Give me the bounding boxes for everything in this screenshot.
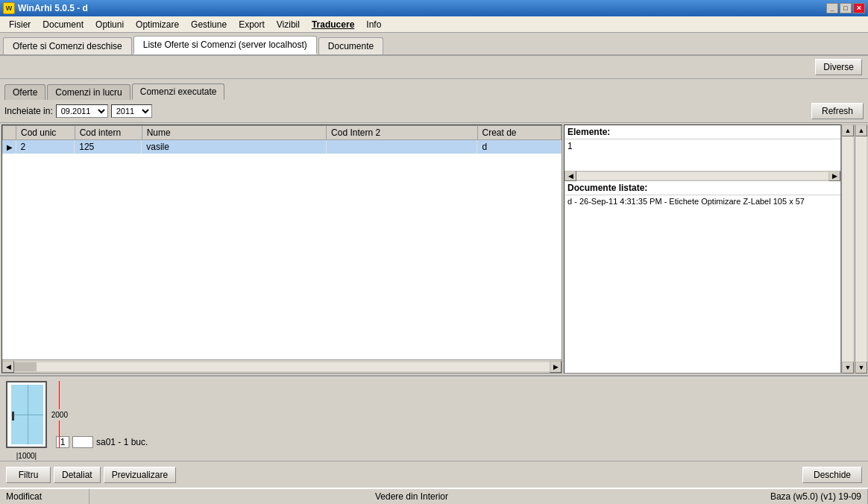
tab-liste-oferte[interactable]: Liste Oferte si Comenzi (server localhos…	[133, 36, 317, 54]
table-scroll[interactable]: ▶ 2 125 vasile d	[2, 140, 562, 359]
close-button[interactable]: ✕	[853, 3, 865, 13]
row-creat-de: d	[477, 140, 562, 154]
app-icon: W	[3, 2, 15, 14]
title-bar: W WinArhi 5.0.5 - d _ □ ✕	[0, 0, 868, 16]
split-area: Cod unic Cod intern Nume Cod Intern 2 Cr…	[0, 123, 868, 375]
elem-hscroll-left[interactable]: ◀	[564, 171, 576, 181]
detaliat-button[interactable]: Detaliat	[54, 467, 101, 483]
inner-tab-bar: Oferte Comenzi in lucru Comenzi executat…	[0, 79, 868, 100]
elements-section: Elemente: 1 ◀ ▶	[564, 125, 840, 181]
tab-oferte-comenzi[interactable]: Oferte si Comenzi deschise	[3, 37, 132, 54]
filter-row: Incheiate in: 09.2011 2011 Refresh	[0, 100, 868, 123]
tab-comenzi-lucru[interactable]: Comenzi in lucru	[47, 84, 130, 100]
menu-vizibil[interactable]: Vizibil	[271, 18, 306, 31]
dim-right-line2	[59, 420, 60, 449]
maximize-button[interactable]: □	[840, 3, 852, 13]
dim-bottom-label: |1000|	[16, 452, 37, 460]
status-bar: Modificat Vedere din Interior Baza (w5.0…	[0, 488, 868, 504]
left-panel: Cod unic Cod intern Nume Cod Intern 2 Cr…	[1, 125, 562, 374]
elements-label: Elemente:	[564, 125, 840, 139]
docs-section: Documente listate: d - 26-Sep-11 4:31:35…	[564, 181, 840, 373]
row-nume: vasile	[142, 140, 327, 154]
menu-gestiune[interactable]: Gestiune	[185, 18, 233, 31]
th-cod-intern[interactable]: Cod intern	[75, 126, 142, 140]
right-vscrollbar[interactable]: ▲ ▼	[841, 125, 853, 374]
docs-label: Documente listate:	[564, 181, 840, 195]
elem-hscroll-right[interactable]: ▶	[828, 171, 840, 181]
status-version: Baza (w5.0) (v1) 19-09	[770, 491, 861, 502]
filtru-button[interactable]: Filtru	[6, 467, 51, 483]
door-handle	[12, 412, 14, 420]
preview-bottom-row: 1 sa01 - 1 buc.	[56, 436, 148, 448]
h-scroll-right[interactable]: ▶	[550, 361, 562, 373]
menu-info[interactable]: Info	[360, 18, 387, 31]
th-cod-intern-2[interactable]: Cod Intern 2	[327, 126, 477, 140]
item-label: sa01 - 1 buc.	[96, 437, 148, 447]
menu-document[interactable]: Document	[37, 18, 89, 31]
h-scroll-track[interactable]	[14, 362, 550, 371]
row-arrow-cell: ▶	[2, 140, 16, 154]
right-panels: Elemente: 1 ◀ ▶	[564, 125, 841, 374]
menu-traducere[interactable]: Traducere	[306, 18, 360, 31]
tab-documente[interactable]: Documente	[318, 37, 383, 54]
h-scrollbar[interactable]: ◀ ▶	[2, 359, 562, 373]
window-title: WinArhi 5.0.5 - d	[18, 3, 826, 13]
content-wrapper: Oferte si Comenzi deschise Liste Oferte …	[0, 33, 868, 488]
status-left: Modificat	[0, 489, 89, 504]
data-table: Cod unic Cod intern Nume Cod Intern 2 Cr…	[2, 125, 562, 140]
door-glass-lines	[11, 385, 43, 444]
right-scroll-down[interactable]: ▼	[842, 362, 854, 374]
filter-label: Incheiate in:	[4, 106, 53, 116]
deschide-button[interactable]: Deschide	[802, 467, 862, 483]
main-scroll-track[interactable]	[855, 136, 867, 362]
table-row[interactable]: ▶ 2 125 vasile d	[2, 140, 562, 154]
elem-hscroll-track[interactable]	[576, 172, 828, 180]
preview-drawing: 2000 |1000|	[6, 381, 47, 448]
dim-right: 2000	[51, 381, 68, 448]
main-scroll-up[interactable]: ▲	[855, 125, 867, 136]
th-creat-de[interactable]: Creat de	[477, 126, 562, 140]
th-nume[interactable]: Nume	[142, 126, 326, 140]
year-select[interactable]: 2011	[111, 104, 152, 118]
menu-bar: Fisier Document Optiuni Optimizare Gesti…	[0, 16, 868, 33]
dim-right-line	[59, 381, 60, 409]
main-vscrollbar[interactable]: ▲ ▼	[855, 125, 867, 374]
top-tab-bar: Oferte si Comenzi deschise Liste Oferte …	[0, 33, 868, 56]
row-cod-intern: 125	[75, 140, 142, 154]
data-table-body: ▶ 2 125 vasile d	[2, 140, 562, 154]
right-area: Elemente: 1 ◀ ▶	[564, 123, 855, 375]
diverse-area: Diverse	[0, 56, 868, 79]
elements-hscroll[interactable]: ◀ ▶	[564, 171, 840, 181]
elements-content: 1	[564, 139, 840, 171]
status-center: Vedere din Interior	[89, 489, 734, 504]
th-arrow	[3, 126, 16, 140]
elements-value: 1	[567, 141, 573, 151]
tab-oferte[interactable]: Oferte	[4, 84, 45, 100]
status-right: Baza (w5.0) (v1) 19-09	[734, 489, 868, 504]
tab-comenzi-executate[interactable]: Comenzi executate	[132, 84, 225, 100]
h-scroll-thumb[interactable]	[14, 362, 37, 371]
refresh-button[interactable]: Refresh	[811, 103, 864, 119]
item-code-box	[72, 436, 93, 448]
previzualizare-button[interactable]: Previzualizare	[104, 467, 176, 483]
docs-content: d - 26-Sep-11 4:31:35 PM - Etichete Opti…	[564, 195, 840, 373]
right-scroll-up[interactable]: ▲	[842, 125, 854, 136]
th-cod-unic[interactable]: Cod unic	[16, 126, 75, 140]
month-select[interactable]: 09.2011	[56, 104, 108, 118]
row-cod-unic: 2	[16, 140, 75, 154]
glass-vline	[28, 385, 28, 444]
right-scroll-track[interactable]	[842, 136, 853, 362]
menu-fisier[interactable]: Fisier	[3, 18, 37, 31]
door-frame	[6, 381, 47, 448]
preview-section: 2000 |1000| 1 sa01 - 1 buc.	[0, 375, 868, 461]
menu-optimizare[interactable]: Optimizare	[130, 18, 185, 31]
diverse-button[interactable]: Diverse	[815, 59, 862, 75]
menu-export[interactable]: Export	[233, 18, 271, 31]
menu-optiuni[interactable]: Optiuni	[89, 18, 130, 31]
minimize-button[interactable]: _	[826, 3, 838, 13]
main-scroll-down[interactable]: ▼	[855, 362, 867, 374]
status-modified: Modificat	[6, 491, 42, 502]
h-scroll-left[interactable]: ◀	[2, 361, 14, 373]
doc-item: d - 26-Sep-11 4:31:35 PM - Etichete Opti…	[567, 197, 837, 206]
status-view: Vedere din Interior	[375, 491, 448, 502]
